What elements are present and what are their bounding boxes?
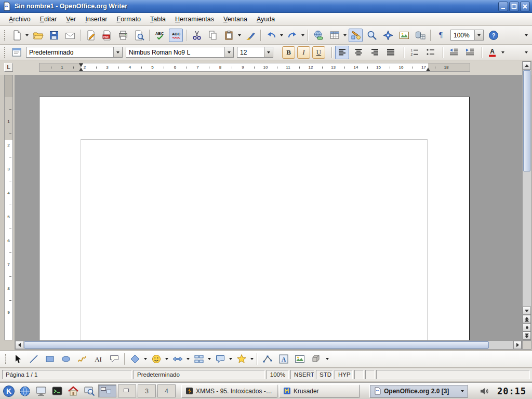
find-replace-button[interactable] xyxy=(365,29,379,42)
align-left-button[interactable] xyxy=(335,46,349,59)
quicklaunch-konqueror[interactable] xyxy=(18,384,32,398)
left-indent-marker[interactable] xyxy=(79,68,83,71)
data-sources-button[interactable] xyxy=(413,29,427,42)
horizontal-scroll-thumb[interactable] xyxy=(24,341,489,349)
menu-editar[interactable]: Editar xyxy=(35,14,62,24)
bold-button[interactable]: B xyxy=(282,46,295,59)
quicklaunch-desktop[interactable] xyxy=(34,384,48,398)
scroll-up-button[interactable] xyxy=(523,61,531,70)
menu-tabla[interactable]: Tabla xyxy=(145,14,170,24)
print-button[interactable] xyxy=(116,29,130,42)
quicklaunch-find-files[interactable] xyxy=(82,384,97,398)
cut-button[interactable] xyxy=(190,29,204,42)
toolbar-grip[interactable] xyxy=(5,354,7,364)
callouts-button[interactable] xyxy=(213,352,227,366)
maximize-button[interactable] xyxy=(509,2,519,11)
vertical-scroll-thumb[interactable] xyxy=(523,70,530,171)
font-size-combobox[interactable]: 12 xyxy=(237,47,273,58)
undo-button[interactable] xyxy=(264,29,278,42)
pager-desktop-4[interactable]: 4 xyxy=(157,384,176,397)
symbol-shapes-button[interactable] xyxy=(149,352,163,366)
menu-herramientas[interactable]: Herramientas xyxy=(170,14,219,24)
task-group-arrow[interactable] xyxy=(461,390,464,392)
status-insert-mode[interactable]: NSERT xyxy=(290,370,314,379)
toolbar-grip[interactable] xyxy=(4,30,6,41)
line-button[interactable] xyxy=(26,352,41,366)
font-name-dropdown-arrow[interactable] xyxy=(224,47,233,57)
first-line-indent-marker[interactable] xyxy=(79,63,83,67)
task-krusader[interactable]: Krusader xyxy=(279,384,360,398)
menu-ayuda[interactable]: Ayuda xyxy=(252,14,280,24)
bullet-list-button[interactable] xyxy=(423,46,437,59)
copy-button[interactable] xyxy=(206,29,220,42)
redo-dropdown[interactable] xyxy=(300,29,305,42)
menu-archivo[interactable]: Archivo xyxy=(4,14,35,24)
status-hyperlink-mode[interactable]: HYP xyxy=(335,370,353,379)
status-page[interactable]: Página 1 / 1 xyxy=(2,370,132,379)
font-name-combobox[interactable]: Nimbus Roman No9 L xyxy=(126,47,234,58)
justify-button[interactable] xyxy=(383,46,397,59)
export-pdf-button[interactable]: PDF xyxy=(100,29,114,42)
freeform-line-button[interactable] xyxy=(75,352,89,366)
styles-and-formatting-button[interactable] xyxy=(9,46,23,59)
right-indent-marker[interactable] xyxy=(426,68,430,71)
menu-ver[interactable]: Ver xyxy=(61,14,81,24)
align-center-button[interactable] xyxy=(351,46,365,59)
pager-desktop-2[interactable] xyxy=(118,384,136,397)
navigator-button[interactable] xyxy=(381,29,395,42)
document-canvas[interactable] xyxy=(15,75,522,340)
spellcheck-button[interactable]: ABC xyxy=(153,29,167,42)
previous-page-button[interactable] xyxy=(523,315,531,323)
insert-table-dropdown[interactable] xyxy=(342,29,348,42)
increase-indent-button[interactable] xyxy=(462,46,476,59)
paste-button[interactable] xyxy=(222,29,236,42)
paragraph-style-combobox[interactable]: Predeterminado xyxy=(26,47,123,58)
task-openoffice[interactable]: OpenOffice.org 2.0 [3] xyxy=(369,384,468,398)
vertical-scrollbar[interactable] xyxy=(522,61,531,340)
block-arrows-button[interactable] xyxy=(170,352,184,366)
new-document-button[interactable] xyxy=(9,29,23,42)
rectangle-button[interactable] xyxy=(43,352,57,366)
basic-shapes-button[interactable] xyxy=(128,352,142,366)
taskbar-clock[interactable]: 20:15 xyxy=(493,386,530,396)
paragraph-style-dropdown-arrow[interactable] xyxy=(113,47,122,57)
stars-dropdown[interactable] xyxy=(249,352,255,366)
document-as-email-button[interactable] xyxy=(63,29,77,42)
navigation-dot-button[interactable] xyxy=(523,323,531,331)
zoom-dropdown-arrow[interactable] xyxy=(474,30,483,40)
insert-table-button[interactable] xyxy=(327,29,341,42)
symbol-shapes-dropdown[interactable] xyxy=(164,352,169,366)
ellipse-button[interactable] xyxy=(59,352,73,366)
select-button[interactable] xyxy=(10,352,24,366)
edit-points-button[interactable] xyxy=(260,352,274,366)
font-color-dropdown[interactable] xyxy=(500,46,506,59)
help-button[interactable]: ? xyxy=(486,29,500,42)
paste-dropdown[interactable] xyxy=(237,29,242,42)
new-document-dropdown[interactable] xyxy=(24,29,30,42)
quicklaunch-konsole[interactable] xyxy=(50,384,64,398)
next-page-button[interactable] xyxy=(523,331,531,340)
align-right-button[interactable] xyxy=(367,46,381,59)
close-button[interactable] xyxy=(520,2,530,11)
minimize-button[interactable] xyxy=(498,2,508,11)
autospellcheck-button[interactable]: ABC xyxy=(169,29,183,42)
horizontal-scrollbar[interactable] xyxy=(15,340,522,350)
toolbar-overflow-button[interactable] xyxy=(523,29,530,42)
horizontal-ruler[interactable]: 123456789101112131415161718 xyxy=(39,63,470,72)
quicklaunch-home[interactable] xyxy=(66,384,81,398)
vertical-ruler[interactable]: 123456789 xyxy=(4,75,13,340)
scroll-right-button[interactable] xyxy=(513,341,522,349)
scroll-down-button[interactable] xyxy=(523,307,531,315)
nonprinting-characters-button[interactable]: ¶ xyxy=(434,29,448,42)
volume-tray-icon[interactable] xyxy=(477,384,491,398)
format-paintbrush-button[interactable] xyxy=(243,29,257,42)
open-button[interactable] xyxy=(31,29,45,42)
toolbar-overflow-button[interactable] xyxy=(523,46,530,59)
menu-insertar[interactable]: Insertar xyxy=(81,14,112,24)
gallery-button[interactable] xyxy=(397,29,411,42)
task-xmms[interactable]: XMMS - 95. Intoxicados - Se xyxy=(181,384,277,398)
block-arrows-dropdown[interactable] xyxy=(185,352,191,366)
flowcharts-button[interactable] xyxy=(192,352,206,366)
toolbar-grip[interactable] xyxy=(4,47,6,58)
underline-button[interactable]: U xyxy=(312,46,325,59)
